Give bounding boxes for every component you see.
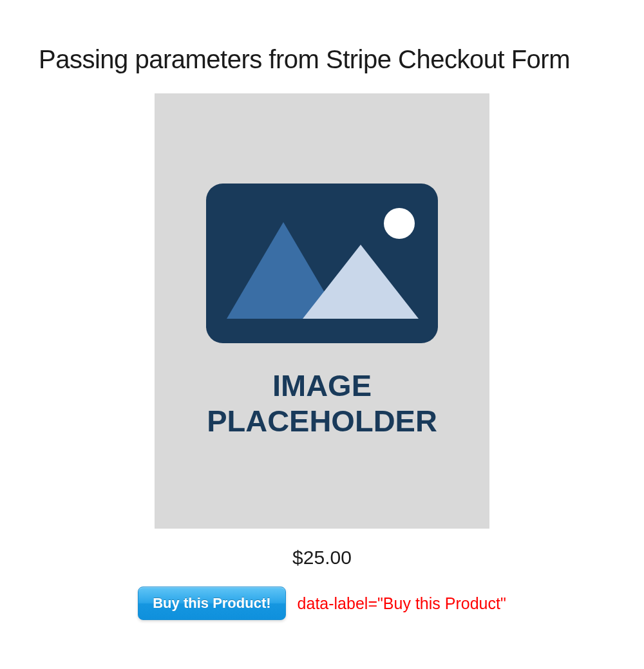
page-container: Passing parameters from Stripe Checkout … bbox=[0, 0, 644, 646]
placeholder-line-1: IMAGE bbox=[207, 368, 437, 403]
buy-row: Buy this Product! data-label="Buy this P… bbox=[138, 587, 506, 620]
svg-point-3 bbox=[384, 208, 415, 239]
page-title: Passing parameters from Stripe Checkout … bbox=[39, 45, 605, 74]
product-area: IMAGE PLACEHOLDER $25.00 Buy this Produc… bbox=[39, 93, 605, 620]
image-placeholder-text: IMAGE PLACEHOLDER bbox=[207, 368, 437, 438]
product-price: $25.00 bbox=[292, 547, 352, 569]
image-placeholder-box: IMAGE PLACEHOLDER bbox=[155, 93, 489, 529]
buy-button[interactable]: Buy this Product! bbox=[138, 587, 285, 620]
svg-rect-0 bbox=[206, 184, 438, 343]
placeholder-line-2: PLACEHOLDER bbox=[207, 404, 437, 438]
code-annotation: data-label="Buy this Product" bbox=[298, 594, 506, 613]
image-placeholder-icon bbox=[206, 184, 438, 346]
